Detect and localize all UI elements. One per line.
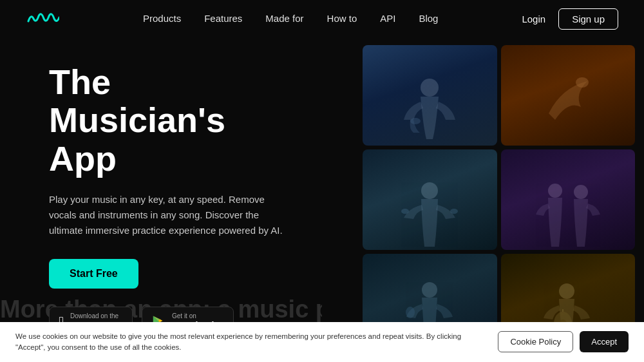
hero-image-grid (357, 37, 644, 362)
svg-point-6 (450, 209, 458, 214)
cookie-banner: We use cookies on our website to give yo… (0, 322, 644, 363)
nav-item-features[interactable]: Features (204, 13, 242, 24)
svg-point-5 (401, 209, 409, 214)
nav-item-products[interactable]: Products (143, 13, 181, 24)
nav-item-blog[interactable]: Blog (419, 13, 438, 24)
nav-actions: Login Sign up (522, 8, 618, 30)
accept-button[interactable]: Accept (580, 331, 629, 352)
svg-point-1 (421, 79, 439, 97)
svg-point-4 (421, 182, 438, 199)
musician-photo-3 (363, 149, 497, 250)
svg-point-11 (559, 283, 574, 299)
svg-point-8 (574, 185, 588, 199)
nav-links: Products Features Made for How to API Bl… (143, 13, 439, 24)
googleplay-label-small: Get it on (172, 312, 224, 320)
svg-point-2 (410, 118, 421, 124)
drummer-silhouette (391, 173, 468, 250)
svg-point-3 (576, 77, 589, 88)
cookie-text: We use cookies on our website to give yo… (15, 331, 485, 354)
guitarist-silhouette-1 (391, 68, 468, 146)
navbar: Products Features Made for How to API Bl… (0, 0, 644, 37)
duo-silhouette (529, 173, 607, 250)
musician-photo-4 (501, 149, 636, 250)
svg-point-9 (422, 282, 437, 298)
logo-icon (26, 8, 59, 29)
appstore-label-small: Download on the (70, 312, 118, 320)
nav-item-api[interactable]: API (380, 13, 395, 24)
cookie-actions: Cookie Policy Accept (498, 331, 629, 352)
hero-section: The Musician's App Play your music in an… (0, 37, 644, 362)
nav-item-made-for[interactable]: Made for (265, 13, 303, 24)
musician-photo-2 (501, 45, 636, 146)
nav-item-how-to[interactable]: How to (327, 13, 357, 24)
start-free-button[interactable]: Start Free (49, 259, 138, 289)
svg-point-7 (548, 184, 562, 198)
musician-photo-1 (363, 45, 497, 146)
logo[interactable] (26, 8, 59, 29)
bird-silhouette (529, 68, 607, 146)
hero-content: The Musician's App Play your music in an… (0, 37, 322, 362)
login-button[interactable]: Login (522, 14, 545, 24)
hero-title: The Musician's App (49, 63, 296, 178)
hero-subtitle: Play your music in any key, at any speed… (49, 192, 294, 238)
signup-button[interactable]: Sign up (558, 8, 618, 30)
cookie-policy-button[interactable]: Cookie Policy (498, 331, 573, 352)
svg-point-10 (406, 307, 415, 318)
